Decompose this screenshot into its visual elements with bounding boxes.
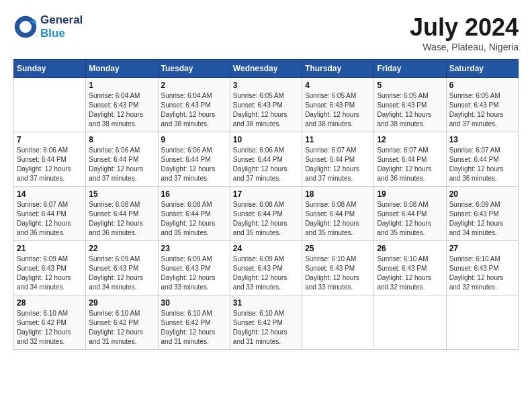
day-number: 11 [305,135,371,144]
day-info: Sunrise: 6:10 AM Sunset: 6:42 PM Dayligh… [233,309,299,347]
day-info: Sunrise: 6:10 AM Sunset: 6:43 PM Dayligh… [449,255,515,292]
day-number: 13 [449,135,515,144]
calendar-table: SundayMondayTuesdayWednesdayThursdayFrid… [13,59,519,350]
day-number: 10 [233,135,299,144]
day-info: Sunrise: 6:05 AM Sunset: 6:43 PM Dayligh… [449,91,515,129]
calendar-cell: 4Sunrise: 6:05 AM Sunset: 6:43 PM Daylig… [302,78,374,132]
day-info: Sunrise: 6:07 AM Sunset: 6:44 PM Dayligh… [449,146,515,183]
day-info: Sunrise: 6:07 AM Sunset: 6:44 PM Dayligh… [17,200,83,238]
calendar-cell: 2Sunrise: 6:04 AM Sunset: 6:43 PM Daylig… [158,78,230,132]
day-number: 8 [89,135,154,144]
day-info: Sunrise: 6:08 AM Sunset: 6:44 PM Dayligh… [89,200,154,238]
calendar-cell: 11Sunrise: 6:07 AM Sunset: 6:44 PM Dayli… [302,132,374,187]
logo-text: General Blue [40,13,83,40]
calendar-cell: 18Sunrise: 6:08 AM Sunset: 6:44 PM Dayli… [302,187,374,241]
day-info: Sunrise: 6:08 AM Sunset: 6:44 PM Dayligh… [233,200,299,238]
calendar-cell: 1Sunrise: 6:04 AM Sunset: 6:43 PM Daylig… [86,78,158,132]
day-number: 5 [377,81,443,90]
day-info: Sunrise: 6:06 AM Sunset: 6:44 PM Dayligh… [89,146,154,183]
logo-icon [13,15,38,39]
calendar-cell [14,78,86,132]
day-info: Sunrise: 6:04 AM Sunset: 6:43 PM Dayligh… [89,91,154,129]
day-number: 9 [161,135,227,144]
day-number: 19 [377,189,443,199]
day-info: Sunrise: 6:05 AM Sunset: 6:43 PM Dayligh… [233,91,299,129]
weekday-header-friday: Friday [374,60,446,78]
day-info: Sunrise: 6:05 AM Sunset: 6:43 PM Dayligh… [377,91,443,129]
day-info: Sunrise: 6:10 AM Sunset: 6:42 PM Dayligh… [89,309,154,347]
day-info: Sunrise: 6:07 AM Sunset: 6:44 PM Dayligh… [377,146,443,183]
day-number: 7 [17,135,83,144]
day-number: 22 [89,244,154,253]
day-number: 2 [161,81,227,90]
day-info: Sunrise: 6:06 AM Sunset: 6:44 PM Dayligh… [17,146,83,183]
day-number: 18 [305,189,371,199]
day-number: 6 [449,81,515,90]
day-number: 20 [449,189,515,199]
weekday-header-thursday: Thursday [302,60,374,78]
header: General Blue July 2024 Wase, Plateau, Ni… [13,13,519,52]
day-info: Sunrise: 6:06 AM Sunset: 6:44 PM Dayligh… [161,146,227,183]
calendar-cell: 29Sunrise: 6:10 AM Sunset: 6:42 PM Dayli… [86,295,158,350]
day-number: 17 [233,189,299,199]
calendar-cell: 3Sunrise: 6:05 AM Sunset: 6:43 PM Daylig… [230,78,302,132]
calendar-cell: 12Sunrise: 6:07 AM Sunset: 6:44 PM Dayli… [374,132,446,187]
month-year: July 2024 [410,13,519,42]
calendar-cell [302,295,374,350]
calendar-cell: 27Sunrise: 6:10 AM Sunset: 6:43 PM Dayli… [446,241,518,295]
day-info: Sunrise: 6:10 AM Sunset: 6:43 PM Dayligh… [377,255,443,292]
day-info: Sunrise: 6:07 AM Sunset: 6:44 PM Dayligh… [305,146,371,183]
day-info: Sunrise: 6:08 AM Sunset: 6:44 PM Dayligh… [161,200,227,238]
day-number: 14 [17,189,83,199]
week-row-2: 7Sunrise: 6:06 AM Sunset: 6:44 PM Daylig… [14,132,519,187]
day-number: 27 [449,244,515,253]
day-number: 24 [233,244,299,253]
calendar-cell: 17Sunrise: 6:08 AM Sunset: 6:44 PM Dayli… [230,187,302,241]
calendar-cell: 9Sunrise: 6:06 AM Sunset: 6:44 PM Daylig… [158,132,230,187]
day-number: 25 [305,244,371,253]
calendar-cell: 26Sunrise: 6:10 AM Sunset: 6:43 PM Dayli… [374,241,446,295]
calendar-cell: 15Sunrise: 6:08 AM Sunset: 6:44 PM Dayli… [86,187,158,241]
day-info: Sunrise: 6:09 AM Sunset: 6:43 PM Dayligh… [17,255,83,292]
calendar-cell: 14Sunrise: 6:07 AM Sunset: 6:44 PM Dayli… [14,187,86,241]
weekday-header-wednesday: Wednesday [230,60,302,78]
weekday-header-monday: Monday [86,60,158,78]
calendar-cell: 24Sunrise: 6:09 AM Sunset: 6:43 PM Dayli… [230,241,302,295]
day-number: 4 [305,81,371,90]
calendar-cell: 20Sunrise: 6:09 AM Sunset: 6:43 PM Dayli… [446,187,518,241]
week-row-1: 1Sunrise: 6:04 AM Sunset: 6:43 PM Daylig… [14,78,519,132]
day-number: 21 [17,244,83,253]
week-row-5: 28Sunrise: 6:10 AM Sunset: 6:42 PM Dayli… [14,295,519,350]
calendar-cell: 13Sunrise: 6:07 AM Sunset: 6:44 PM Dayli… [446,132,518,187]
calendar-cell: 8Sunrise: 6:06 AM Sunset: 6:44 PM Daylig… [86,132,158,187]
calendar-cell: 16Sunrise: 6:08 AM Sunset: 6:44 PM Dayli… [158,187,230,241]
day-number: 30 [161,298,227,308]
weekday-header-sunday: Sunday [14,60,86,78]
week-row-3: 14Sunrise: 6:07 AM Sunset: 6:44 PM Dayli… [14,187,519,241]
day-info: Sunrise: 6:06 AM Sunset: 6:44 PM Dayligh… [233,146,299,183]
calendar-cell: 19Sunrise: 6:08 AM Sunset: 6:44 PM Dayli… [374,187,446,241]
day-info: Sunrise: 6:08 AM Sunset: 6:44 PM Dayligh… [305,200,371,238]
calendar-cell [446,295,518,350]
logo: General Blue [13,13,83,40]
day-number: 15 [89,189,154,199]
day-number: 16 [161,189,227,199]
day-info: Sunrise: 6:10 AM Sunset: 6:42 PM Dayligh… [161,309,227,347]
day-info: Sunrise: 6:10 AM Sunset: 6:43 PM Dayligh… [305,255,371,292]
day-info: Sunrise: 6:10 AM Sunset: 6:42 PM Dayligh… [17,309,83,347]
day-number: 12 [377,135,443,144]
day-number: 3 [233,81,299,90]
calendar-cell: 5Sunrise: 6:05 AM Sunset: 6:43 PM Daylig… [374,78,446,132]
location: Wase, Plateau, Nigeria [410,42,519,52]
calendar-cell: 28Sunrise: 6:10 AM Sunset: 6:42 PM Dayli… [14,295,86,350]
calendar-cell: 6Sunrise: 6:05 AM Sunset: 6:43 PM Daylig… [446,78,518,132]
day-info: Sunrise: 6:09 AM Sunset: 6:43 PM Dayligh… [89,255,154,292]
calendar-cell: 22Sunrise: 6:09 AM Sunset: 6:43 PM Dayli… [86,241,158,295]
day-number: 1 [89,81,154,90]
calendar-cell [374,295,446,350]
calendar-cell: 25Sunrise: 6:10 AM Sunset: 6:43 PM Dayli… [302,241,374,295]
day-info: Sunrise: 6:09 AM Sunset: 6:43 PM Dayligh… [161,255,227,292]
calendar-cell: 23Sunrise: 6:09 AM Sunset: 6:43 PM Dayli… [158,241,230,295]
day-info: Sunrise: 6:05 AM Sunset: 6:43 PM Dayligh… [305,91,371,129]
week-row-4: 21Sunrise: 6:09 AM Sunset: 6:43 PM Dayli… [14,241,519,295]
